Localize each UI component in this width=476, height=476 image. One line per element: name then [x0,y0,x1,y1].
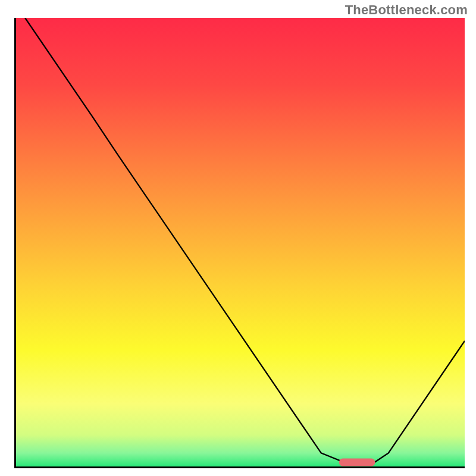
chart-container: TheBottleneck.com [0,0,476,476]
optimal-marker [339,459,375,466]
watermark-text: TheBottleneck.com [345,2,468,18]
plot-area [14,18,465,468]
chart-svg [16,18,465,466]
heatmap-background [16,18,465,466]
